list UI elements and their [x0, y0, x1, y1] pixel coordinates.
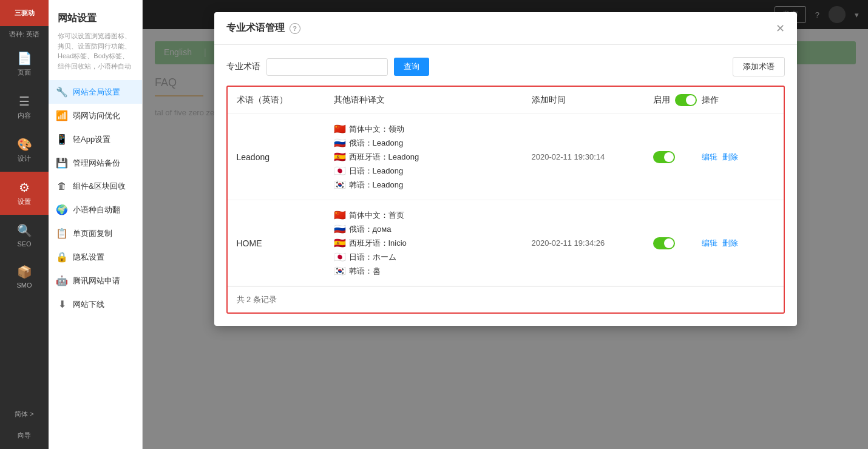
- secondary-item-global[interactable]: 🔧 网站全局设置: [49, 80, 142, 104]
- secondary-desc: 你可以设置浏览器图标、拷贝、设置防同行功能、Head标签、Body标签、组件回收…: [49, 31, 142, 80]
- secondary-item-app-label: 轻App设置: [73, 134, 110, 145]
- secondary-item-tencent[interactable]: 🤖 腾讯网站申请: [49, 269, 142, 292]
- modal-title: 专业术语管理 ?: [226, 22, 300, 35]
- secondary-item-weak[interactable]: 📶 弱网访问优化: [49, 104, 142, 127]
- edit-home[interactable]: 编辑: [702, 238, 717, 249]
- secondary-item-app[interactable]: 📱 轻App设置: [49, 127, 142, 151]
- table-header: 术语（英语） 其他语种译文 添加时间 启用 操作: [228, 87, 784, 114]
- table-container: 术语（英语） 其他语种译文 添加时间 启用 操作 Leadong: [226, 86, 785, 314]
- lang-indicator: 语种: 英语: [4, 26, 44, 42]
- col-date: 添加时间: [532, 95, 653, 106]
- enable-home: [653, 237, 702, 249]
- secondary-item-global-label: 网站全局设置: [73, 87, 120, 98]
- col-term: 术语（英语）: [237, 95, 334, 106]
- weak-icon: 📶: [56, 110, 68, 121]
- enable-leadong: [653, 151, 702, 163]
- settings-icon: ⚙: [19, 180, 30, 195]
- secondary-item-multilang[interactable]: 🌍 小语种自动翻: [49, 198, 142, 221]
- sidebar-label-settings: 设置: [18, 197, 31, 206]
- copy-icon: 📋: [56, 228, 68, 239]
- search-label: 专业术语: [226, 61, 260, 72]
- trans-ja-leadong: 🇯🇵 日语：Leadong: [334, 165, 455, 177]
- secondary-item-backup-label: 管理网站备份: [73, 158, 120, 169]
- search-button[interactable]: 查询: [394, 58, 429, 76]
- sidebar-item-seo[interactable]: 🔍 SEO: [0, 215, 49, 256]
- main-content: 发布 ? ▾ English | 简体中文 FAQ tal of five ze…: [143, 0, 868, 449]
- search-left: 专业术语 查询: [226, 58, 429, 76]
- flag-es: 🇪🇸: [334, 151, 346, 163]
- secondary-item-offline-label: 网站下线: [73, 299, 104, 310]
- bottom-guide[interactable]: 向导: [18, 425, 31, 449]
- sidebar-item-design[interactable]: 🎨 设计: [0, 129, 49, 172]
- sidebar-item-smo[interactable]: 📦 SMO: [0, 256, 49, 297]
- smo-icon: 📦: [17, 265, 32, 279]
- trans-kr-leadong-text: 韩语：Leadong: [349, 180, 404, 191]
- sidebar-item-page[interactable]: 📄 页面: [0, 42, 49, 86]
- sidebar-label-design: 设计: [18, 154, 31, 163]
- secondary-item-privacy[interactable]: 🔒 隐私设置: [49, 245, 142, 269]
- secondary-item-backup[interactable]: 💾 管理网站备份: [49, 151, 142, 175]
- trans-cn-leadong: 🇨🇳 简体中文：领动: [334, 123, 455, 135]
- flag-es-home: 🇪🇸: [334, 237, 346, 249]
- trans-ja-leadong-text: 日语：Leadong: [349, 166, 404, 177]
- trans-kr-home-text: 韩语：홈: [349, 266, 381, 277]
- content-icon: ☰: [19, 94, 30, 109]
- flag-ru: 🇷🇺: [334, 137, 346, 149]
- table-footer: 共 2 条记录: [228, 286, 784, 312]
- modal-close-button[interactable]: ✕: [776, 23, 785, 34]
- add-term-button[interactable]: 添加术语: [733, 57, 785, 76]
- tencent-icon: 🤖: [56, 275, 68, 286]
- toggle-home[interactable]: [653, 237, 675, 249]
- flag-ru-home: 🇷🇺: [334, 223, 346, 235]
- logo-text: 三驱动: [15, 8, 35, 18]
- trans-ru-leadong: 🇷🇺 俄语：Leadong: [334, 137, 455, 149]
- date-home: 2020-02-11 19:34:26: [532, 238, 653, 248]
- sidebar-item-content[interactable]: ☰ 内容: [0, 86, 49, 129]
- bottom-lang[interactable]: 简体 >: [15, 403, 33, 425]
- trans-ru-leadong-text: 俄语：Leadong: [349, 138, 404, 149]
- trans-es-leadong: 🇪🇸 西班牙语：Leadong: [334, 151, 455, 163]
- flag-cn: 🇨🇳: [334, 123, 346, 135]
- sidebar-item-settings[interactable]: ⚙ 设置: [0, 172, 49, 215]
- global-icon: 🔧: [56, 86, 68, 98]
- offline-icon: ⬇: [56, 299, 68, 310]
- sidebar-label-seo: SEO: [17, 240, 31, 248]
- trans-cn-leadong-text: 简体中文：领动: [349, 124, 404, 135]
- actions-home: 编辑 删除: [702, 238, 775, 249]
- trans-cn-home-text: 简体中文：首页: [349, 210, 404, 221]
- secondary-item-weak-label: 弱网访问优化: [73, 110, 120, 121]
- flag-ja: 🇯🇵: [334, 165, 346, 177]
- enable-toggle-header[interactable]: [675, 94, 697, 106]
- trans-ru-home-text: 俄语：дома: [349, 224, 392, 235]
- secondary-item-offline[interactable]: ⬇ 网站下线: [49, 292, 142, 316]
- table-row: HOME 🇨🇳 简体中文：首页 🇷🇺 俄语：дома �: [228, 200, 784, 286]
- multilang-icon: 🌍: [56, 204, 68, 215]
- secondary-item-tencent-label: 腾讯网站申请: [73, 275, 120, 286]
- modal-body: 专业术语 查询 添加术语 术语（英语） 其他语种译文 添加时间 启用: [214, 45, 797, 326]
- trans-es-home-text: 西班牙语：Inicio: [349, 238, 407, 249]
- flag-kr-home: 🇰🇷: [334, 265, 346, 277]
- privacy-icon: 🔒: [56, 251, 68, 263]
- secondary-item-multilang-label: 小语种自动翻: [73, 204, 120, 215]
- date-leadong: 2020-02-11 19:30:14: [532, 152, 653, 161]
- toggle-leadong[interactable]: [653, 151, 675, 163]
- edit-leadong[interactable]: 编辑: [702, 152, 717, 163]
- secondary-title: 网站设置: [49, 0, 142, 31]
- trans-es-home: 🇪🇸 西班牙语：Inicio: [334, 237, 455, 249]
- term-name-home: HOME: [237, 238, 334, 248]
- modal-title-text: 专业术语管理: [226, 22, 285, 35]
- modal-help-icon[interactable]: ?: [290, 23, 300, 34]
- flag-cn-home: 🇨🇳: [334, 209, 346, 221]
- search-input[interactable]: [266, 58, 388, 76]
- flag-ja-home: 🇯🇵: [334, 251, 346, 263]
- delete-home[interactable]: 删除: [722, 238, 738, 249]
- secondary-sidebar: 网站设置 你可以设置浏览器图标、拷贝、设置防同行功能、Head标签、Body标签…: [49, 0, 143, 449]
- delete-leadong[interactable]: 删除: [722, 152, 738, 163]
- sidebar: 三驱动 语种: 英语 📄 页面 ☰ 内容 🎨 设计 ⚙ 设置 🔍 SEO 📦 S…: [0, 0, 49, 449]
- table-row: Leadong 🇨🇳 简体中文：领动 🇷🇺 俄语：Leadong: [228, 114, 784, 200]
- trans-ru-home: 🇷🇺 俄语：дома: [334, 223, 455, 235]
- secondary-item-recycle[interactable]: 🗑 组件&区块回收: [49, 175, 142, 198]
- secondary-item-copy[interactable]: 📋 单页面复制: [49, 221, 142, 245]
- seo-icon: 🔍: [17, 223, 32, 238]
- design-icon: 🎨: [17, 137, 32, 152]
